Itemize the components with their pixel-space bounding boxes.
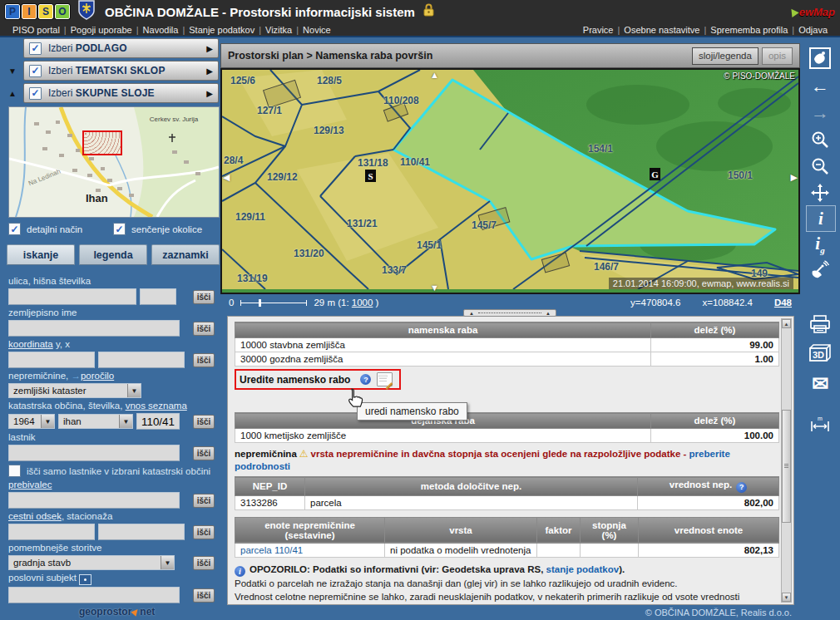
cestni-odsek-link[interactable]: cestni odsek — [8, 511, 62, 521]
menu-item[interactable]: Osebne nastavitve — [620, 25, 704, 35]
zoom-in-button[interactable] — [806, 127, 834, 152]
business-entity-input[interactable] — [8, 587, 180, 603]
coordinate-y-input[interactable] — [8, 352, 95, 368]
accordion-tematski-sklop[interactable]: ✓ Izberi TEMATSKI SKLOP ▶ — [23, 61, 219, 81]
prebivalec-link[interactable]: prebivalec — [8, 480, 52, 490]
accordion-podlago[interactable]: ✓ Izberi PODLAGO ▶ — [23, 38, 219, 58]
accordion-skupni-sloji[interactable]: ✓ Izberi SKUPNE SLOJE ▶ — [23, 83, 219, 103]
menu-item[interactable]: Vizitka — [261, 25, 296, 35]
results-scrollbar[interactable]: ▲ ▼ — [781, 318, 792, 603]
scale-slider-thumb[interactable] — [259, 299, 261, 307]
coordinate-x-input[interactable] — [98, 352, 185, 368]
detailed-mode-checkbox[interactable]: ✓ — [8, 223, 21, 235]
map-viewport[interactable]: 125/6128/5127/1110/208129/1328/4131/1811… — [220, 68, 800, 294]
street-input[interactable] — [8, 288, 136, 305]
cadastral-municipality-name-select[interactable]: ihan▼ — [58, 414, 133, 429]
layer-checkbox[interactable]: ✓ — [29, 65, 42, 77]
register-select[interactable]: zemljiški kataster▼ — [8, 383, 141, 398]
layers-legend-button[interactable]: sloji/legenda — [692, 47, 758, 65]
send-mail-button[interactable]: ✉ — [806, 372, 834, 396]
dropdown-icon[interactable]: ▼ — [41, 415, 54, 428]
collapse-down-icon[interactable]: ▼ — [2, 66, 23, 76]
identify-group-button[interactable]: ig — [806, 232, 834, 257]
search-owner-button[interactable]: išči — [193, 446, 215, 460]
gps-button[interactable] — [806, 258, 834, 283]
owner-input[interactable] — [8, 445, 180, 461]
pan-up-icon[interactable]: ▲ — [430, 71, 439, 79]
layer-checkbox[interactable]: ✓ — [29, 42, 42, 55]
chainage-input[interactable] — [98, 524, 185, 540]
zoom-out-button[interactable] — [806, 154, 834, 179]
pan-button[interactable] — [806, 180, 834, 205]
identify-button[interactable]: i — [806, 205, 836, 232]
dropdown-icon[interactable]: ▼ — [127, 384, 141, 397]
menu-item[interactable]: Stanje podatkov — [185, 25, 259, 35]
menu-item[interactable]: Pogoji uporabe — [67, 25, 136, 35]
menu-item[interactable]: PISO portal — [8, 25, 64, 35]
description-button[interactable]: opis — [762, 47, 793, 65]
expand-right-icon[interactable]: ▶ — [206, 89, 213, 98]
help-icon[interactable]: ? — [736, 482, 747, 493]
scale-link[interactable]: 1000 — [352, 298, 373, 308]
vnos-seznama-link[interactable]: vnos seznama — [126, 401, 187, 411]
parcel-number-input[interactable] — [136, 413, 180, 430]
pan-down-icon[interactable]: ▼ — [430, 283, 439, 292]
porocilo-link[interactable]: poročilo — [81, 371, 114, 381]
pan-right-icon[interactable]: ▶ — [791, 173, 798, 181]
road-section-input[interactable] — [8, 524, 95, 540]
search-business-button[interactable]: išči — [193, 588, 215, 603]
tab-iskanje[interactable]: iskanje — [7, 244, 75, 265]
expand-right-icon[interactable]: ▶ — [206, 44, 213, 53]
search-services-button[interactable]: išči — [193, 556, 215, 570]
print-button[interactable] — [806, 312, 834, 337]
measure-button[interactable]: m — [806, 411, 834, 436]
dropdown-icon[interactable]: ▼ — [119, 415, 132, 428]
layer-checkbox[interactable]: ✓ — [29, 87, 42, 100]
scrollbar-thumb[interactable] — [782, 410, 791, 523]
3d-view-button[interactable]: 3D — [806, 342, 834, 367]
menu-item[interactable]: Sprememba profila — [706, 25, 792, 35]
shading-checkbox[interactable]: ✓ — [113, 223, 126, 235]
pan-left-icon[interactable]: ◀ — [223, 173, 230, 181]
search-coordinate-button[interactable]: išči — [193, 353, 215, 367]
collapse-up-icon: ▲ — [469, 311, 474, 316]
scroll-down-icon[interactable]: ▼ — [782, 593, 791, 602]
search-place-button[interactable]: išči — [193, 322, 215, 336]
overview-extent-box[interactable] — [82, 130, 122, 155]
menu-item[interactable]: Navodila — [139, 25, 183, 35]
search-road-button[interactable]: išči — [193, 525, 215, 539]
back-button[interactable]: ← — [806, 74, 834, 99]
parcel-link[interactable]: parcela 110/41 — [235, 543, 385, 557]
tab-zaznamki[interactable]: zaznamki — [151, 244, 220, 265]
dropdown-icon[interactable]: ▼ — [161, 556, 174, 569]
datum-link[interactable]: D48 — [774, 298, 792, 308]
overview-map[interactable]: Cerkev sv. Jurija Na Ledinah Ihan — [8, 106, 220, 218]
koordinata-link[interactable]: koordinata — [8, 339, 53, 349]
cadastral-municipality-code-select[interactable]: 1964▼ — [8, 414, 55, 429]
stanje-podatkov-link[interactable]: stanje podatkov — [546, 564, 620, 574]
full-extent-button[interactable] — [806, 46, 834, 71]
menu-item[interactable]: Novice — [299, 25, 335, 35]
table-row: 3133286parcela802,00 — [235, 495, 779, 509]
owner-limit-checkbox[interactable]: ✓ — [8, 465, 21, 477]
expand-right-icon[interactable]: ▶ — [206, 66, 213, 76]
help-icon[interactable]: ? — [360, 374, 371, 385]
search-resident-button[interactable]: išči — [193, 494, 215, 508]
search-parcel-button[interactable]: išči — [193, 415, 215, 429]
services-select[interactable]: gradnja stavb▼ — [8, 555, 175, 570]
resident-input[interactable] — [8, 492, 180, 509]
panel-resize-handle[interactable]: ▲ ▲ — [463, 309, 556, 317]
menu-item[interactable]: Pravice — [579, 25, 618, 35]
tab-legenda[interactable]: legenda — [79, 244, 147, 265]
menu-item[interactable]: Odjava — [794, 25, 832, 35]
parcel-label: 145/1 — [417, 239, 442, 251]
place-name-input[interactable] — [8, 320, 180, 337]
business-info-icon[interactable] — [79, 574, 91, 585]
search-street-button[interactable]: išči — [193, 290, 215, 304]
forward-button[interactable]: → — [806, 101, 834, 125]
collapse-up-icon[interactable]: ▲ — [2, 89, 23, 98]
house-number-input[interactable] — [140, 288, 176, 305]
scroll-up-icon[interactable]: ▲ — [782, 319, 791, 328]
scale-slider[interactable] — [240, 299, 307, 307]
edit-icon[interactable] — [377, 372, 393, 386]
